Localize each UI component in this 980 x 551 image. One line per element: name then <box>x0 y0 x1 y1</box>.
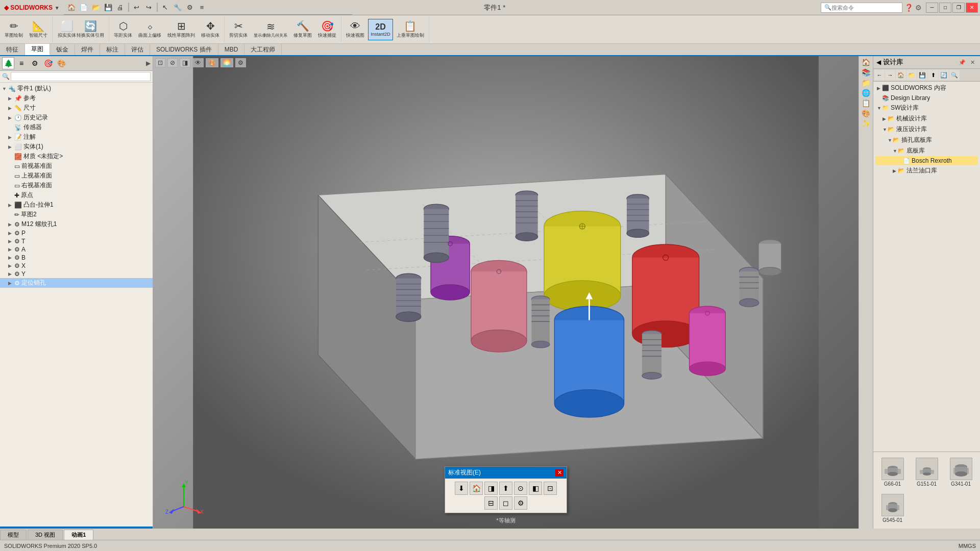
rp-save-btn[interactable]: 💾 <box>917 70 927 80</box>
tree-item-boss[interactable]: ▶ ⬛ 凸台-拉伸1 <box>0 200 153 210</box>
view-back-btn[interactable]: ⊙ <box>514 482 527 495</box>
tree-root[interactable]: ▼ 🔩 零件1 (默认) <box>0 84 153 93</box>
tab-3d-view[interactable]: 3D 视图 <box>28 530 63 540</box>
file-exp-btn[interactable]: 📁 <box>862 79 870 87</box>
home-nav-btn[interactable]: 🏠 <box>862 58 870 66</box>
view-iso3-btn[interactable]: ◻ <box>499 496 512 510</box>
rebuild-btn[interactable]: 🔧 <box>172 2 183 13</box>
rp-pin-btn[interactable]: 📌 <box>958 58 967 67</box>
color-chip-btn[interactable]: 🎨 <box>862 109 870 117</box>
part-g66[interactable]: G66-01 <box>876 455 909 489</box>
select-btn[interactable]: ↖ <box>160 2 171 13</box>
rt-design-lib[interactable]: 📚 Design Library <box>875 93 978 103</box>
custom-prop-btn[interactable]: 📋 <box>862 99 870 107</box>
open-btn[interactable]: 📂 <box>90 2 102 13</box>
hide-show-btn[interactable]: 👁 <box>192 58 204 67</box>
tree-item-top[interactable]: ▭ 上视基准面 <box>0 171 153 181</box>
filter-input[interactable] <box>11 72 151 81</box>
tree-item-material[interactable]: 🧱 材质 <未指定> <box>0 152 153 161</box>
restore-btn[interactable]: ❐ <box>952 3 965 13</box>
tab-evaluate[interactable]: 评估 <box>125 44 150 55</box>
tree-item-t[interactable]: ▶ ⚙ T <box>0 237 153 245</box>
tree-item-front[interactable]: ▭ 前视基准面 <box>0 161 153 171</box>
tree-item-param[interactable]: ▶ 📌 参考 <box>0 93 153 103</box>
feature-tree-tab[interactable]: 🌲 <box>2 57 14 69</box>
upper-sketch-btn[interactable]: 📋 上垂草图绘制 <box>394 18 427 40</box>
tab-weldment[interactable]: 焊件 <box>75 44 100 55</box>
tab-mbd[interactable]: MBD <box>218 44 245 55</box>
view-iso1-btn[interactable]: ⊡ <box>544 482 557 495</box>
rp-close-btn[interactable]: ✕ <box>968 58 977 67</box>
rp-collapse-btn[interactable]: ◀ <box>876 59 881 66</box>
sensor-tab[interactable]: 🎯 <box>42 57 54 69</box>
tree-item-a[interactable]: ▶ ⚙ A <box>0 245 153 254</box>
display-tab[interactable]: 🎨 <box>55 57 67 69</box>
rt-hydraulic[interactable]: ▼ 📂 液压设计库 <box>875 124 978 135</box>
display-style-btn[interactable]: ◨ <box>180 58 190 67</box>
extra-btn[interactable]: ≡ <box>197 2 208 13</box>
close-btn[interactable]: ✕ <box>966 3 978 13</box>
tree-item-p[interactable]: ▶ ⚙ P <box>0 229 153 237</box>
tree-item-note[interactable]: ▶ 📝 注解 <box>0 132 153 142</box>
rt-mech[interactable]: ▶ 📂 机械设计库 <box>875 113 978 124</box>
design-lib-btn[interactable]: 📚 <box>862 68 870 77</box>
rp-refresh-btn[interactable]: 🔄 <box>939 70 949 80</box>
part-g151[interactable]: G151-01 <box>911 455 943 489</box>
quick-view-btn[interactable]: 👁 快速视图 <box>344 18 367 40</box>
rp-up-btn[interactable]: ⬆ <box>928 70 938 80</box>
part-g341[interactable]: G341-01 <box>945 455 977 489</box>
trim-btn[interactable]: ✂ 剪切实体 <box>227 18 250 40</box>
viewport[interactable]: ⊡ ⊘ ◨ 👁 🎨 🌅 ⚙ <box>153 56 859 529</box>
tree-item-right[interactable]: ▭ 右视基准面 <box>0 181 153 190</box>
move-entity-btn[interactable]: ✥ 移动实体 <box>199 18 222 40</box>
view-right-btn[interactable]: ◨ <box>484 482 498 495</box>
options-btn[interactable]: ⚙ <box>184 2 195 13</box>
tree-item-y[interactable]: ▶ ⚙ Y <box>0 270 153 278</box>
quick-snap-btn[interactable]: 🎯 快速捕捉 <box>315 18 339 40</box>
rt-flange[interactable]: ▶ 📂 法兰油口库 <box>875 165 978 176</box>
tree-item-sketch2[interactable]: ✏ 草图2 <box>0 210 153 219</box>
rt-socket[interactable]: ▼ 📂 插孔底板库 <box>875 135 978 145</box>
rp-forward-btn[interactable]: → <box>885 70 895 80</box>
show-relations-btn[interactable]: ≋ 显示/删除几何关系 <box>251 19 290 40</box>
view-left-btn[interactable]: ◧ <box>529 482 542 495</box>
tab-sketch[interactable]: 草图 <box>25 44 50 55</box>
expand-arrow[interactable]: ▶ <box>146 60 151 67</box>
view3d-btn[interactable]: 🌐 <box>862 89 870 97</box>
tab-sw-plugins[interactable]: SOLIDWORKS 插件 <box>150 44 218 55</box>
view-orient-btn[interactable]: ⊡ <box>155 58 165 67</box>
scene-btn[interactable]: 🌅 <box>220 58 233 67</box>
rp-search-btn[interactable]: 🔍 <box>949 70 960 80</box>
rt-baseplate[interactable]: ▼ 📂 底板库 <box>875 145 978 156</box>
instant2d-btn[interactable]: 2D Instant2D <box>368 19 393 40</box>
surface-offset-btn[interactable]: ⬦ 曲面上偏移 <box>136 18 164 40</box>
linear-array-btn[interactable]: ⊞ 线性草图阵列 <box>165 18 198 40</box>
config-tab[interactable]: ⚙ <box>29 57 41 69</box>
appearance-chip-btn[interactable]: ✨ <box>862 119 870 128</box>
view-top-btn[interactable]: ⬆ <box>499 482 512 495</box>
tree-item-dim[interactable]: ▶ 📏 尺寸 <box>0 103 153 113</box>
rp-folder-btn[interactable]: 📁 <box>906 70 917 80</box>
sketch-draw-btn[interactable]: ✏ 草图绘制 <box>2 18 26 40</box>
rp-home-btn[interactable]: 🏠 <box>896 70 906 80</box>
fix-sketch-btn[interactable]: 🔨 修复草图 <box>291 18 314 40</box>
rt-bosch[interactable]: 📄 Bosch Rexroth <box>875 156 978 165</box>
tab-feature[interactable]: 特征 <box>0 44 25 55</box>
tab-model[interactable]: 模型 <box>0 530 27 540</box>
tab-annotation[interactable]: 标注 <box>100 44 125 55</box>
offset-btn[interactable]: ⬡ 等距实体 <box>111 18 135 40</box>
minimize-btn[interactable]: ─ <box>926 3 938 13</box>
tree-item-solid[interactable]: ▶ ⬜ 实体(1) <box>0 142 153 152</box>
property-tab[interactable]: ≡ <box>15 57 28 69</box>
tree-item-x[interactable]: ▶ ⚙ X <box>0 262 153 270</box>
undo-btn[interactable]: ↩ <box>131 2 142 13</box>
tree-item-hole[interactable]: ▶ ⚙ M12 螺纹孔1 <box>0 219 153 229</box>
tab-engineer[interactable]: 大工程师 <box>244 44 282 55</box>
print-btn[interactable]: 🖨 <box>115 2 126 13</box>
std-view-close-btn[interactable]: ✕ <box>555 469 564 477</box>
smart-dim-btn[interactable]: 📐 智能尺寸 <box>27 18 50 40</box>
rt-sw-content[interactable]: ▶ ⬛ SOLIDWORKS 内容 <box>875 83 978 93</box>
appearance-btn[interactable]: 🎨 <box>206 58 218 67</box>
section-view-btn[interactable]: ⊘ <box>167 58 178 67</box>
rt-sw-design[interactable]: ▼ 📁 SW设计库 <box>875 103 978 113</box>
